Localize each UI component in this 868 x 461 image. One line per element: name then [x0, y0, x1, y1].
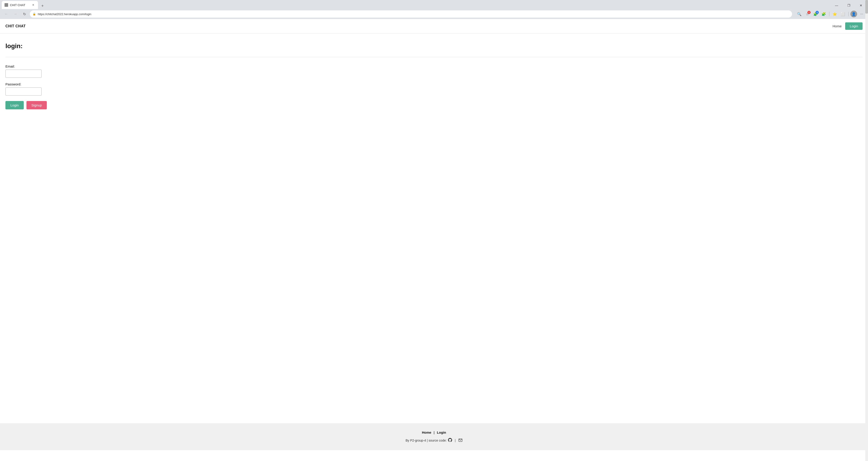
footer-links: Home | Login [0, 430, 868, 434]
scrollbar-track[interactable] [865, 0, 868, 450]
nav-home-link[interactable]: Home [833, 24, 842, 28]
back-button[interactable]: ← [3, 10, 10, 18]
footer-pipe: | [455, 439, 456, 442]
email-form-group: Email: [5, 64, 863, 78]
password-label: Password: [5, 82, 863, 86]
address-bar[interactable]: 🔒 https://chitchat2022.herokuapp.com/log… [30, 10, 792, 18]
footer-credit-text: By P2-group-4 | source code: [405, 439, 447, 442]
collections-icon[interactable]: ⭐ [831, 10, 838, 18]
profile-avatar[interactable]: 👤 [850, 11, 857, 18]
puzzle-icon[interactable]: 🧩 [820, 10, 827, 18]
address-bar-row: ← → ↻ 🔒 https://chitchat2022.herokuapp.c… [0, 9, 868, 19]
navbar-login-button[interactable]: Login [845, 22, 863, 30]
url-text: https://chitchat2022.herokuapp.com/login [38, 12, 789, 16]
badge-count2: 0 [815, 11, 819, 14]
main-content: login: Email: Password: Login Signup [0, 33, 868, 423]
scrollbar-thumb[interactable] [865, 0, 868, 13]
window-controls: — ❐ ✕ [831, 2, 866, 9]
close-button[interactable]: ✕ [856, 2, 866, 9]
footer-separator: | [434, 430, 434, 434]
maximize-button[interactable]: ❐ [844, 2, 854, 9]
footer-home-link[interactable]: Home [422, 430, 431, 434]
lock-icon: 🔒 [33, 12, 36, 16]
login-button[interactable]: Login [5, 101, 24, 110]
menu-button[interactable]: ··· [858, 10, 865, 18]
tab-close-button[interactable]: ✕ [31, 3, 35, 7]
new-tab-button[interactable]: + [39, 3, 46, 9]
navbar-right: Home Login [833, 22, 863, 30]
badge-count: 2 [807, 11, 811, 14]
password-form-group: Password: [5, 82, 863, 96]
login-form: Email: Password: Login Signup [5, 64, 863, 110]
extensions-icon[interactable]: 🧩 0 [812, 10, 819, 18]
email-icon[interactable] [458, 438, 463, 443]
footer-login-link[interactable]: Login [437, 430, 446, 434]
signup-button[interactable]: Signup [26, 101, 47, 110]
forward-button[interactable]: → [12, 10, 19, 18]
github-icon[interactable] [448, 438, 452, 443]
browser-tab-active[interactable]: CHIT CHAT ✕ [2, 1, 38, 9]
refresh-button[interactable]: ↻ [21, 10, 28, 18]
browser-chrome: CHIT CHAT ✕ + — ❐ ✕ ← → ↻ 🔒 https://chit… [0, 0, 868, 19]
bookmark-star-icon[interactable]: ☆ 2 [804, 10, 811, 18]
navbar: CHIT CHAT Home Login [0, 19, 868, 33]
browser-tab-bar: CHIT CHAT ✕ + — ❐ ✕ [0, 0, 868, 9]
tab-favicon [4, 3, 8, 7]
form-divider [5, 57, 863, 57]
footer: Home | Login By P2-group-4 | source code… [0, 423, 868, 450]
tabs-icon[interactable]: ⬜ [839, 10, 846, 18]
page-title: login: [5, 42, 863, 50]
search-icon[interactable]: 🔍 [796, 10, 803, 18]
toolbar-icons: 🔍 ☆ 2 🧩 0 🧩 ⭐ ⬜ 👤 ··· [796, 10, 865, 18]
email-input[interactable] [5, 70, 41, 78]
password-input[interactable] [5, 88, 41, 96]
footer-credit: By P2-group-4 | source code: | [0, 438, 868, 443]
form-buttons: Login Signup [5, 101, 863, 110]
email-label: Email: [5, 64, 863, 68]
page-wrapper: CHIT CHAT Home Login login: Email: Passw… [0, 19, 868, 450]
tab-title: CHIT CHAT [10, 3, 25, 7]
minimize-button[interactable]: — [831, 2, 842, 9]
navbar-brand: CHIT CHAT [5, 24, 26, 28]
